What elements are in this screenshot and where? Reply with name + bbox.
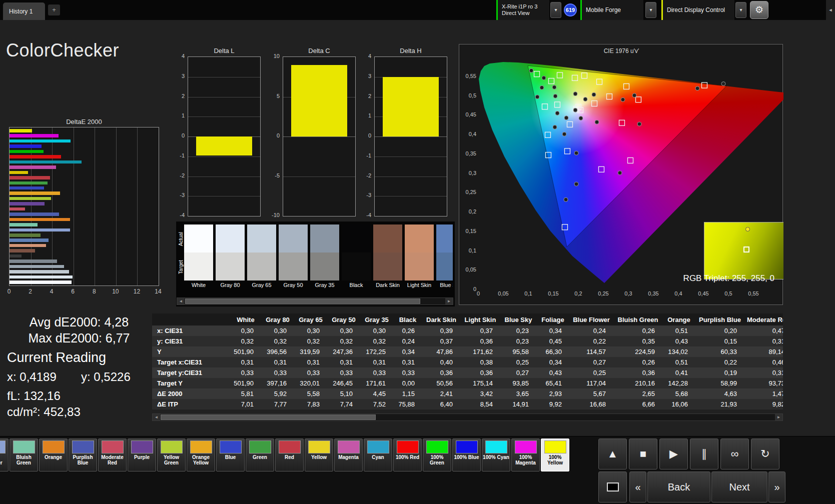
patch-label: Yellow Green xyxy=(158,454,185,466)
patch-button-100-green[interactable]: 100% Green xyxy=(423,438,451,472)
back-button[interactable]: Back xyxy=(647,472,710,502)
patch-button-cyan[interactable]: Cyan xyxy=(364,438,392,472)
patch-button-moderate-red[interactable]: Moderate Red xyxy=(98,438,127,472)
patch-label: Magenta xyxy=(335,454,362,460)
table-scrollbar[interactable]: ◄ ► xyxy=(152,414,783,421)
patch-button-bluish-green[interactable]: Bluish Green xyxy=(10,438,38,472)
table-cell: 0,33 xyxy=(360,368,393,378)
cie-xtick-label: 0,55 xyxy=(742,290,764,296)
patch-label: Yellow xyxy=(305,454,333,460)
next-button[interactable]: Next xyxy=(711,472,767,502)
patch-label: 100% Cyan xyxy=(482,454,510,460)
cie-xtick-label: 0,3 xyxy=(617,290,639,296)
table-cell: 0,33 xyxy=(230,368,261,378)
transport-stop-button[interactable]: ■ xyxy=(629,438,657,470)
patch-label: Blue Flower xyxy=(0,454,8,466)
table-cell: 224,59 xyxy=(613,346,662,357)
scroll-right-icon[interactable]: ► xyxy=(445,298,453,304)
scroll-left-icon[interactable]: ◄ xyxy=(153,414,160,420)
cie-target-point xyxy=(619,120,625,126)
patch-button-100-magenta[interactable]: 100% Magenta xyxy=(511,438,540,472)
swatch-scrollbar-thumb[interactable] xyxy=(185,298,420,304)
new-tab-button[interactable]: + xyxy=(48,4,60,16)
patch-button-magenta[interactable]: Magenta xyxy=(334,438,363,472)
table-row-target-y: Target Y501,90397,16320,01246,45171,610,… xyxy=(152,378,783,388)
transport-continuous-button[interactable]: ∞ xyxy=(720,438,749,470)
patch-swatch xyxy=(485,440,507,454)
meter-mobile-forge-dropdown[interactable]: ▾ xyxy=(645,2,656,18)
meter-x-rite[interactable]: X-Rite i1P ro 3 Direct View xyxy=(496,0,549,20)
cie-measured-point xyxy=(621,98,625,102)
panel-collapse-button[interactable]: ◄ xyxy=(826,0,835,20)
meter-direct-display-control[interactable]: Direct Display Control xyxy=(661,0,734,20)
transport-play-button[interactable]: ▶ xyxy=(659,438,688,470)
table-cell: 5,58 xyxy=(294,388,327,399)
gear-icon: ⚙ xyxy=(755,4,763,15)
patch-swatch xyxy=(279,440,301,454)
window-icon xyxy=(607,482,619,492)
avg-de2000-reading: Avg dE2000: 4,28 xyxy=(4,315,154,330)
patch-button-blue[interactable]: Blue xyxy=(216,438,245,472)
next-chevron-button[interactable]: » xyxy=(768,472,785,502)
table-cell: 2,65 xyxy=(613,388,662,399)
scroll-right-icon[interactable]: ► xyxy=(775,414,782,420)
patch-button-red[interactable]: Red xyxy=(275,438,304,472)
table-cell: 6,40 xyxy=(422,399,460,410)
patch-button-blue-flower[interactable]: Blue Flower xyxy=(0,438,9,472)
patch-swatch xyxy=(308,440,330,454)
patch-swatch xyxy=(515,440,537,454)
deltae-bar-orange xyxy=(10,218,70,222)
table-cell: 501,90 xyxy=(230,378,261,388)
patch-button-purple[interactable]: Purple xyxy=(128,438,156,472)
patch-button-100-cyan[interactable]: 100% Cyan xyxy=(482,438,510,472)
meter-mobile-forge-name: Mobile Forge xyxy=(586,7,639,14)
transport-refresh-button[interactable]: ↻ xyxy=(751,438,779,470)
window-mode-button[interactable] xyxy=(598,472,627,502)
back-chevron-button[interactable]: « xyxy=(629,472,646,502)
table-cell: 0,00 xyxy=(393,378,422,388)
cie-measured-point xyxy=(721,82,725,86)
swatch-scrollbar[interactable]: ◄ ► xyxy=(177,298,453,305)
table-cell: 5,10 xyxy=(327,388,360,399)
table-cell: 171,62 xyxy=(460,346,500,357)
cie-gamut-outline xyxy=(528,66,726,246)
table-scrollbar-thumb[interactable] xyxy=(161,414,376,420)
patch-button-100-blue[interactable]: 100% Blue xyxy=(452,438,481,472)
deltae-xtick-label: 2 xyxy=(25,288,37,295)
patch-button-purplish-blue[interactable]: Purplish Blue xyxy=(69,438,97,472)
deltae-xtick-label: 8 xyxy=(88,288,100,295)
patch-label: 100% Green xyxy=(423,454,451,466)
patch-button-orange[interactable]: Orange xyxy=(39,438,68,472)
table-row-label: Target Y xyxy=(152,378,230,388)
deltae-xtick-label: 14 xyxy=(152,288,164,295)
patch-button-green[interactable]: Green xyxy=(246,438,274,472)
bottom-toolbar: Blue FlowerBluish GreenOrangePurplish Bl… xyxy=(0,436,835,504)
deltae-bar-dark-skin xyxy=(10,249,35,252)
meter-x-rite-dropdown[interactable]: ▾ xyxy=(550,2,561,18)
deltae-bar-gray-65 xyxy=(10,270,69,274)
scroll-left-icon[interactable]: ◄ xyxy=(177,298,185,304)
swatch-gray-50: Gray 50 xyxy=(279,224,308,288)
meter-mobile-forge[interactable]: Mobile Forge xyxy=(580,0,643,20)
cie-target-point xyxy=(636,97,641,102)
settings-button[interactable]: ⚙ xyxy=(750,1,768,19)
table-cell: 114,57 xyxy=(569,346,613,357)
deltae-xlabels: 02468101214 xyxy=(9,288,159,295)
patch-button-orange-yellow[interactable]: Orange Yellow xyxy=(187,438,215,472)
delta-l-tick-label: -2 xyxy=(171,172,185,178)
patch-button-100-yellow[interactable]: 100% Yellow xyxy=(541,438,569,472)
transport-eject-button[interactable]: ▲ xyxy=(598,438,627,470)
meter-direct-display-control-dropdown[interactable]: ▾ xyxy=(735,2,746,18)
cie-target-point xyxy=(599,166,604,172)
table-cell: 134,02 xyxy=(662,346,695,357)
patch-button-yellow-green[interactable]: Yellow Green xyxy=(157,438,186,472)
patch-label: Bluish Green xyxy=(10,454,38,466)
actual-row-label: Actual xyxy=(178,225,184,253)
tab-history-1[interactable]: History 1 xyxy=(3,2,45,20)
transport-pause-button[interactable]: ∥ xyxy=(690,438,718,470)
table-cell: 0,26 xyxy=(393,326,422,336)
cie-measured-point xyxy=(529,68,533,72)
patch-button-100-red[interactable]: 100% Red xyxy=(393,438,422,472)
table-cell: 0,32 xyxy=(261,336,294,346)
patch-button-yellow[interactable]: Yellow xyxy=(305,438,333,472)
